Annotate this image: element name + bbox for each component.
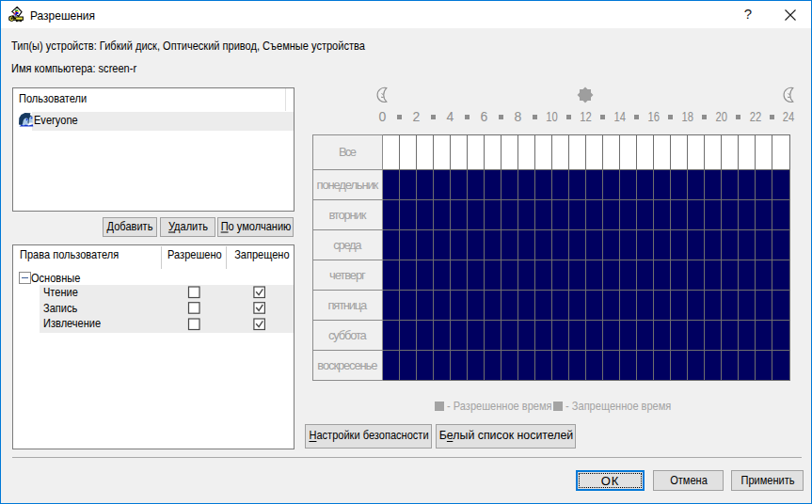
svg-text:24: 24 [783,109,795,124]
svg-text:2: 2 [413,109,421,124]
svg-text:понедельник: понедельник [317,178,379,192]
svg-text:0: 0 [379,109,387,124]
svg-text:20: 20 [716,109,728,124]
svg-text:18: 18 [682,109,694,124]
svg-text:пятница: пятница [328,298,369,312]
svg-text:четверг: четверг [329,268,366,282]
svg-text:4: 4 [447,109,454,124]
svg-text:6: 6 [481,109,488,124]
svg-text:воскресенье: воскресенье [317,358,377,372]
svg-text:суббота: суббота [328,328,368,342]
svg-text:12: 12 [580,109,592,124]
svg-text:среда: среда [333,238,362,252]
svg-text:14: 14 [613,109,626,124]
svg-text:вторник: вторник [328,208,366,222]
svg-text:Все: Все [339,145,357,159]
svg-text:10: 10 [546,109,558,124]
svg-text:8: 8 [515,109,522,124]
svg-text:22: 22 [750,109,762,124]
svg-text:16: 16 [647,109,660,124]
